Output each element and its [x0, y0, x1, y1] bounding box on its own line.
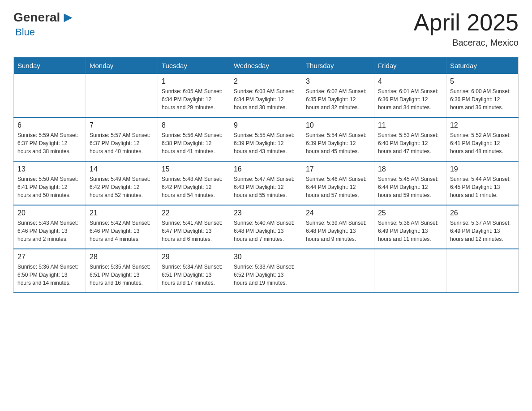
calendar-cell: 2Sunrise: 6:03 AM Sunset: 6:34 PM Daylig…: [230, 74, 302, 117]
day-info: Sunrise: 6:05 AM Sunset: 6:34 PM Dayligh…: [162, 87, 226, 111]
calendar-week-row: 13Sunrise: 5:50 AM Sunset: 6:41 PM Dayli…: [14, 161, 519, 205]
day-info: Sunrise: 6:01 AM Sunset: 6:36 PM Dayligh…: [378, 87, 442, 111]
day-number: 27: [17, 253, 82, 261]
calendar-title: April 2025: [414, 9, 519, 36]
calendar-body: 1Sunrise: 6:05 AM Sunset: 6:34 PM Daylig…: [14, 74, 519, 293]
calendar-cell: 15Sunrise: 5:48 AM Sunset: 6:42 PM Dayli…: [158, 161, 230, 205]
calendar-cell: 14Sunrise: 5:49 AM Sunset: 6:42 PM Dayli…: [86, 161, 158, 205]
day-of-week-header: Saturday: [446, 57, 518, 74]
day-number: 11: [378, 121, 442, 129]
calendar-week-row: 20Sunrise: 5:43 AM Sunset: 6:46 PM Dayli…: [14, 205, 519, 249]
day-info: Sunrise: 5:39 AM Sunset: 6:48 PM Dayligh…: [306, 219, 370, 243]
day-of-week-header: Thursday: [302, 57, 374, 74]
day-number: 18: [378, 165, 442, 173]
calendar-cell: 9Sunrise: 5:55 AM Sunset: 6:39 PM Daylig…: [230, 117, 302, 161]
day-info: Sunrise: 5:53 AM Sunset: 6:40 PM Dayligh…: [378, 131, 442, 155]
calendar-cell: 12Sunrise: 5:52 AM Sunset: 6:41 PM Dayli…: [446, 117, 518, 161]
calendar-cell: 20Sunrise: 5:43 AM Sunset: 6:46 PM Dayli…: [14, 205, 86, 249]
day-number: 7: [90, 121, 154, 129]
calendar-cell: 18Sunrise: 5:45 AM Sunset: 6:44 PM Dayli…: [374, 161, 446, 205]
day-number: 10: [306, 121, 370, 129]
day-info: Sunrise: 5:59 AM Sunset: 6:37 PM Dayligh…: [17, 131, 82, 155]
day-info: Sunrise: 5:34 AM Sunset: 6:51 PM Dayligh…: [162, 263, 226, 287]
calendar-table: SundayMondayTuesdayWednesdayThursdayFrid…: [13, 57, 519, 293]
day-number: 20: [17, 209, 82, 217]
page-header: General ► Blue April 2025 Bacerac, Mexic…: [13, 9, 519, 48]
days-of-week-row: SundayMondayTuesdayWednesdayThursdayFrid…: [14, 57, 519, 74]
calendar-cell: [374, 249, 446, 293]
day-info: Sunrise: 5:50 AM Sunset: 6:41 PM Dayligh…: [17, 175, 82, 199]
calendar-cell: 13Sunrise: 5:50 AM Sunset: 6:41 PM Dayli…: [14, 161, 86, 205]
day-info: Sunrise: 6:02 AM Sunset: 6:35 PM Dayligh…: [306, 87, 370, 111]
day-info: Sunrise: 5:37 AM Sunset: 6:49 PM Dayligh…: [450, 219, 515, 243]
day-number: 5: [450, 77, 515, 86]
calendar-cell: 16Sunrise: 5:47 AM Sunset: 6:43 PM Dayli…: [230, 161, 302, 205]
day-of-week-header: Wednesday: [230, 57, 302, 74]
day-info: Sunrise: 5:36 AM Sunset: 6:50 PM Dayligh…: [17, 263, 82, 287]
day-info: Sunrise: 5:52 AM Sunset: 6:41 PM Dayligh…: [450, 131, 515, 155]
day-number: 17: [306, 165, 370, 173]
calendar-cell: 8Sunrise: 5:56 AM Sunset: 6:38 PM Daylig…: [158, 117, 230, 161]
day-info: Sunrise: 5:57 AM Sunset: 6:37 PM Dayligh…: [90, 131, 154, 155]
calendar-cell: 7Sunrise: 5:57 AM Sunset: 6:37 PM Daylig…: [86, 117, 158, 161]
day-number: 1: [162, 77, 226, 86]
day-info: Sunrise: 5:41 AM Sunset: 6:47 PM Dayligh…: [162, 219, 226, 243]
day-info: Sunrise: 5:56 AM Sunset: 6:38 PM Dayligh…: [162, 131, 226, 155]
calendar-week-row: 6Sunrise: 5:59 AM Sunset: 6:37 PM Daylig…: [14, 117, 519, 161]
calendar-week-row: 1Sunrise: 6:05 AM Sunset: 6:34 PM Daylig…: [14, 74, 519, 117]
calendar-cell: 21Sunrise: 5:42 AM Sunset: 6:46 PM Dayli…: [86, 205, 158, 249]
calendar-cell: 5Sunrise: 6:00 AM Sunset: 6:36 PM Daylig…: [446, 74, 518, 117]
calendar-cell: 25Sunrise: 5:38 AM Sunset: 6:49 PM Dayli…: [374, 205, 446, 249]
calendar-cell: 28Sunrise: 5:35 AM Sunset: 6:51 PM Dayli…: [86, 249, 158, 293]
calendar-cell: 23Sunrise: 5:40 AM Sunset: 6:48 PM Dayli…: [230, 205, 302, 249]
calendar-cell: 27Sunrise: 5:36 AM Sunset: 6:50 PM Dayli…: [14, 249, 86, 293]
day-number: 9: [234, 121, 298, 129]
calendar-cell: 19Sunrise: 5:44 AM Sunset: 6:45 PM Dayli…: [446, 161, 518, 205]
calendar-cell: [14, 74, 86, 117]
logo: General ► Blue: [13, 9, 76, 38]
day-number: 19: [450, 165, 515, 173]
day-info: Sunrise: 5:35 AM Sunset: 6:51 PM Dayligh…: [90, 263, 154, 287]
day-number: 26: [450, 209, 515, 217]
day-info: Sunrise: 6:00 AM Sunset: 6:36 PM Dayligh…: [450, 87, 515, 111]
calendar-cell: 1Sunrise: 6:05 AM Sunset: 6:34 PM Daylig…: [158, 74, 230, 117]
day-number: 12: [450, 121, 515, 129]
title-section: April 2025 Bacerac, Mexico: [414, 9, 519, 48]
calendar-cell: 3Sunrise: 6:02 AM Sunset: 6:35 PM Daylig…: [302, 74, 374, 117]
calendar-cell: 6Sunrise: 5:59 AM Sunset: 6:37 PM Daylig…: [14, 117, 86, 161]
calendar-cell: 30Sunrise: 5:33 AM Sunset: 6:52 PM Dayli…: [230, 249, 302, 293]
day-number: 6: [17, 121, 82, 129]
day-info: Sunrise: 5:43 AM Sunset: 6:46 PM Dayligh…: [17, 219, 82, 243]
day-number: 15: [162, 165, 226, 173]
day-number: 23: [234, 209, 298, 217]
calendar-cell: [302, 249, 374, 293]
day-number: 13: [17, 165, 82, 173]
calendar-cell: 11Sunrise: 5:53 AM Sunset: 6:40 PM Dayli…: [374, 117, 446, 161]
day-number: 16: [234, 165, 298, 173]
day-of-week-header: Sunday: [14, 57, 86, 74]
day-number: 28: [90, 253, 154, 261]
logo-general-text: General: [13, 10, 60, 25]
day-number: 29: [162, 253, 226, 261]
calendar-subtitle: Bacerac, Mexico: [414, 38, 519, 48]
calendar-cell: 29Sunrise: 5:34 AM Sunset: 6:51 PM Dayli…: [158, 249, 230, 293]
day-info: Sunrise: 5:47 AM Sunset: 6:43 PM Dayligh…: [234, 175, 298, 199]
day-number: 2: [234, 77, 298, 86]
calendar-cell: 10Sunrise: 5:54 AM Sunset: 6:39 PM Dayli…: [302, 117, 374, 161]
day-of-week-header: Tuesday: [158, 57, 230, 74]
day-of-week-header: Monday: [86, 57, 158, 74]
calendar-cell: [446, 249, 518, 293]
day-info: Sunrise: 5:49 AM Sunset: 6:42 PM Dayligh…: [90, 175, 154, 199]
calendar-week-row: 27Sunrise: 5:36 AM Sunset: 6:50 PM Dayli…: [14, 249, 519, 293]
calendar-cell: 24Sunrise: 5:39 AM Sunset: 6:48 PM Dayli…: [302, 205, 374, 249]
calendar-cell: 17Sunrise: 5:46 AM Sunset: 6:44 PM Dayli…: [302, 161, 374, 205]
day-info: Sunrise: 5:46 AM Sunset: 6:44 PM Dayligh…: [306, 175, 370, 199]
logo-arrow-icon: ►: [61, 9, 75, 26]
day-number: 3: [306, 77, 370, 86]
day-number: 25: [378, 209, 442, 217]
day-info: Sunrise: 5:40 AM Sunset: 6:48 PM Dayligh…: [234, 219, 298, 243]
calendar-cell: 22Sunrise: 5:41 AM Sunset: 6:47 PM Dayli…: [158, 205, 230, 249]
logo-blue-text: Blue: [15, 26, 35, 38]
day-number: 4: [378, 77, 442, 86]
day-info: Sunrise: 6:03 AM Sunset: 6:34 PM Dayligh…: [234, 87, 298, 111]
